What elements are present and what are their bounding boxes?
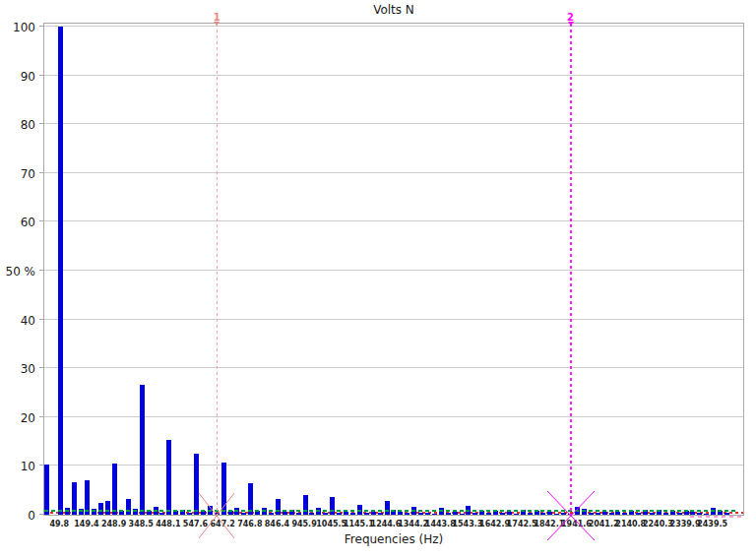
x-tick-label: 248.9 bbox=[101, 520, 126, 528]
x-tick-label: 1244.6 bbox=[371, 520, 402, 528]
spectrum-bar bbox=[241, 513, 246, 515]
y-tick bbox=[39, 75, 44, 76]
spectrum-bar bbox=[704, 514, 709, 515]
spectrum-bar bbox=[663, 513, 668, 515]
spectrum-bar bbox=[159, 513, 164, 515]
spectrum-bar bbox=[58, 27, 63, 515]
spectrum-bar bbox=[425, 513, 430, 515]
spectrum-bar bbox=[371, 512, 376, 515]
y-tick bbox=[39, 416, 44, 417]
cursor-1-x-marker[interactable] bbox=[199, 493, 234, 538]
spectrum-bar bbox=[296, 513, 301, 515]
spectrum-bar bbox=[650, 513, 655, 515]
cursor-2-x-marker[interactable] bbox=[547, 491, 595, 540]
spectrum-bar bbox=[276, 499, 281, 515]
x-axis-title: Frequencies (Hz) bbox=[43, 532, 744, 546]
y-tick bbox=[39, 319, 44, 320]
y-tick-label: 50 % bbox=[6, 265, 36, 279]
spectrum-bar bbox=[309, 513, 314, 515]
baseline-pink-dashes bbox=[690, 516, 745, 518]
gridline bbox=[44, 465, 743, 466]
spectrum-bar bbox=[514, 514, 519, 515]
spectrum-bar bbox=[187, 513, 192, 515]
x-tick-label: 2140.8 bbox=[615, 520, 646, 528]
spectrum-bar bbox=[677, 513, 682, 515]
spectrum-bar bbox=[405, 513, 410, 515]
y-tick bbox=[39, 172, 44, 173]
x-tick-label: 1045.5 bbox=[316, 520, 346, 528]
gridline bbox=[44, 172, 743, 173]
spectrum-bar bbox=[385, 501, 390, 515]
y-tick-label: 30 bbox=[21, 362, 35, 376]
spectrum-bar bbox=[697, 513, 702, 515]
gridline bbox=[44, 26, 743, 27]
y-tick bbox=[39, 123, 44, 124]
spectrum-bar bbox=[364, 513, 369, 515]
spectrum-bar bbox=[330, 497, 335, 515]
x-tick-label: 1742.5 bbox=[507, 520, 537, 528]
x-tick-label: 1145.1 bbox=[344, 520, 374, 528]
spectrum-bar bbox=[690, 512, 695, 515]
gridline bbox=[44, 319, 743, 320]
spectrum-bar bbox=[283, 512, 287, 515]
harmonics-screen: Volts N Fund= 49.8 Hz THDf= 40.9 % 01020… bbox=[0, 0, 756, 559]
cursor-1-arrow-icon bbox=[214, 22, 220, 26]
spectrum-bar bbox=[636, 513, 641, 515]
spectrum-bar bbox=[596, 513, 600, 515]
threshold-line-green bbox=[44, 510, 738, 512]
spectrum-bar bbox=[140, 385, 145, 515]
x-tick-label: 1543.3 bbox=[452, 520, 482, 528]
spectrum-bar bbox=[418, 513, 423, 515]
x-tick-label: 1344.2 bbox=[398, 520, 428, 528]
spectrum-bar bbox=[166, 440, 171, 515]
y-tick-label: 80 bbox=[21, 118, 35, 132]
spectrum-bar bbox=[337, 513, 342, 515]
spectrum-bar bbox=[98, 503, 103, 515]
spectrum-bar bbox=[378, 513, 383, 515]
y-tick-label: 60 bbox=[21, 216, 35, 229]
y-tick bbox=[39, 270, 44, 271]
spectrum-bar bbox=[622, 513, 627, 515]
spectrum-bar bbox=[609, 513, 614, 515]
y-tick-label: 70 bbox=[21, 167, 35, 181]
spectrum-bar bbox=[615, 512, 620, 515]
x-tick-label: 2240.3 bbox=[643, 520, 673, 528]
gridline bbox=[44, 416, 743, 417]
spectrum-bar bbox=[350, 513, 355, 515]
y-tick-label: 100 bbox=[13, 21, 35, 34]
spectrum-bar bbox=[724, 513, 729, 515]
gridline bbox=[44, 123, 743, 124]
spectrum-bar bbox=[112, 464, 117, 515]
x-tick-label: 2439.5 bbox=[697, 520, 727, 528]
x-tick-label: 149.4 bbox=[74, 520, 98, 528]
x-tick-label: 448.1 bbox=[156, 520, 180, 528]
y-tick-label: 10 bbox=[21, 460, 35, 473]
cursor-1-line[interactable] bbox=[217, 24, 218, 517]
spectrum-bar bbox=[486, 513, 491, 515]
spectrum-bar bbox=[507, 512, 512, 515]
y-tick-label: 40 bbox=[21, 314, 35, 328]
gridline bbox=[44, 220, 743, 221]
cursor-2-line[interactable] bbox=[570, 24, 572, 517]
spectrum-bar bbox=[105, 501, 110, 515]
chart-title: Volts N bbox=[43, 3, 744, 17]
y-tick bbox=[39, 220, 44, 221]
y-tick-label: 90 bbox=[21, 70, 35, 84]
x-tick-label: 49.8 bbox=[49, 520, 69, 528]
spectrum-bar bbox=[269, 513, 274, 515]
spectrum-bar bbox=[432, 514, 437, 515]
spectrum-bar bbox=[540, 513, 545, 515]
spectrum-bar bbox=[344, 512, 348, 515]
gridline bbox=[44, 75, 743, 76]
spectrum-bar bbox=[500, 513, 505, 515]
x-tick-label: 1642.9 bbox=[479, 520, 510, 528]
spectrum-bar bbox=[453, 512, 458, 515]
spectrum-bar bbox=[528, 513, 533, 515]
spectrum-bar bbox=[460, 514, 465, 515]
spectrum-bar bbox=[398, 512, 403, 515]
spectrum-bar bbox=[126, 499, 131, 515]
spectrum-bar bbox=[602, 512, 607, 515]
x-tick-label: 746.8 bbox=[237, 520, 262, 528]
x-tick-label: 846.4 bbox=[265, 520, 289, 528]
x-tick-label: 348.5 bbox=[129, 520, 154, 528]
